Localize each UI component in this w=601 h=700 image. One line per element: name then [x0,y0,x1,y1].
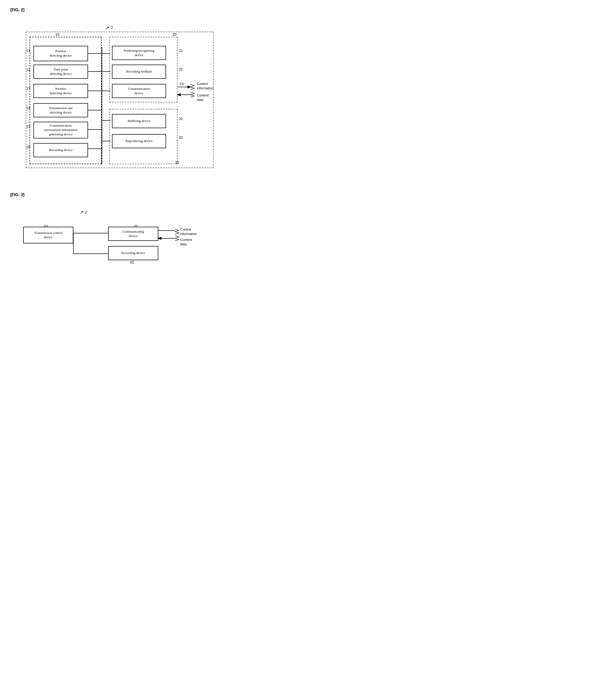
weather-detecting-box: Weatherdetecting device [33,84,88,98]
fig2-label: [FIG. 2] [10,8,221,12]
fig2-container: 3 10 20 11 12 13 14 15 16 21 22 23 30 31… [10,18,221,177]
control-info-label-fig2: Controlinformation [197,82,214,91]
bracket-2: ↗ [80,209,84,215]
number-2: 2 [85,210,87,214]
position-detecting-box: Positiondetecting device [33,46,88,61]
recording-device-16-box: Recording device [33,143,88,157]
bracket-3: ↗ [105,25,109,31]
time-point-detecting-box: Time pointdetecting device [33,65,88,79]
control-info-label-fig3: Controlinformation [180,227,197,236]
fig3-label: [FIG. 3] [10,193,221,197]
comm-env-info-box: Communicationenvironment informationgene… [33,122,88,139]
predicting-box: Predicting/recognizingdevice [112,46,166,60]
number-3: 3 [111,25,113,29]
transmission-rate-box: Transmission ratedetecting device [33,103,88,117]
reproducing-box: Reproducing device [112,134,166,148]
number-42: 42 [130,260,134,264]
transmission-control-box: Transmission controldevice [23,227,73,244]
communication-device-box: Communicationdevice [112,84,166,98]
content-data-label-fig3: Contentdata [180,238,192,247]
recording-device-42-box: Recording device [108,246,158,260]
content-data-label-fig2: Contentdata [197,94,209,102]
recording-medium-box: Recording medium [112,65,166,79]
buffering-box: Buffering device [112,114,166,128]
communicating-box: Communicatingdevice [108,227,158,241]
fig3-container: 2 ↗ 41 42 43 Transmission controldevice … [10,202,221,292]
